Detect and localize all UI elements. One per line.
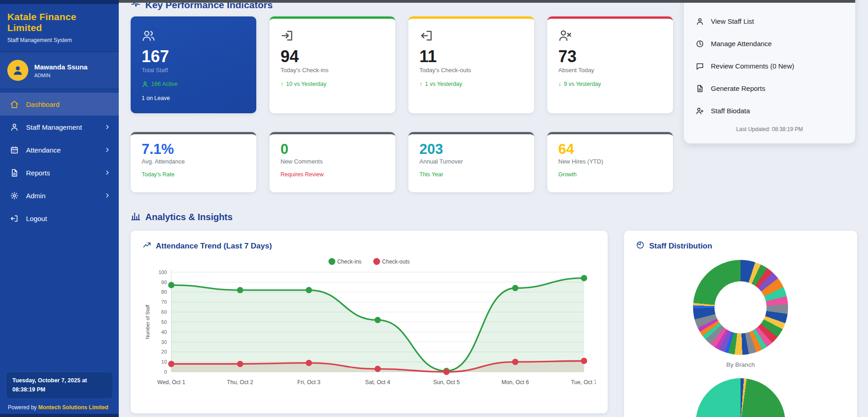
logout-icon (10, 214, 19, 223)
sidebar-item-attendance[interactable]: Attendance (0, 138, 119, 161)
gear-icon (10, 191, 19, 200)
svg-text:Fri, Oct 3: Fri, Oct 3 (297, 379, 321, 385)
legend-label: Check-outs (382, 259, 410, 265)
quick-actions-list: View Staff List Manage Attendance Review… (684, 10, 855, 122)
person-check-icon (142, 81, 148, 88)
distribution-title: Staff Distribution (636, 241, 845, 252)
user-name: Mawanda Ssuna (34, 63, 88, 71)
analytics-section: Analytics & Insights Attendance Trend (L… (131, 211, 857, 417)
sidebar-item-reports[interactable]: Reports (0, 161, 119, 184)
kpi-card-absent-today[interactable]: 73 Absent Today ↓9 vs Yesterday (547, 16, 673, 113)
svg-text:Number of Staff: Number of Staff (145, 304, 150, 339)
powered-brand: Montech Solutions Limited (38, 404, 108, 411)
kpi-card-today-s-check-ins[interactable]: 94 Today's Check-ins ↑10 vs Yesterday (270, 16, 395, 113)
svg-text:20: 20 (161, 349, 167, 354)
arrow-up-icon: ↑ (419, 81, 422, 87)
person-plus-icon (696, 107, 704, 115)
analytics-grid: Attendance Trend (Last 7 Days) Check-ins… (131, 231, 857, 417)
kpi-value: 94 (281, 48, 384, 65)
sidebar-item-label: Reports (26, 169, 50, 177)
people-icon (142, 29, 155, 42)
legend-item-check-outs[interactable]: Check-outs (373, 258, 410, 265)
svg-text:40: 40 (161, 329, 167, 335)
svg-text:Mon, Oct 6: Mon, Oct 6 (502, 379, 529, 385)
donut-wrap: By Branch (636, 260, 845, 368)
staff-distribution-card: Staff Distribution By Branch (624, 231, 857, 417)
datetime-box: Tuesday, October 7, 2025 at 08:38:19 PM (6, 372, 113, 399)
attendance-trend-card: Attendance Trend (Last 7 Days) Check-ins… (131, 231, 608, 413)
kpi-label: Today's Check-ins (281, 67, 384, 74)
person-icon (12, 64, 24, 76)
trend-title-text: Attendance Trend (Last 7 Days) (156, 242, 272, 251)
legend-dot (328, 258, 335, 265)
sidebar: Katale Finance Limited Staff Management … (0, 0, 119, 417)
sidebar-item-staff-management[interactable]: Staff Management (0, 116, 119, 138)
app-title: Katale Finance Limited (7, 11, 111, 33)
legend-item-check-ins[interactable]: Check-ins (328, 258, 361, 265)
arrow-up-icon: ↑ (281, 81, 283, 87)
svg-text:Wed, Oct 1: Wed, Oct 1 (157, 379, 185, 385)
svg-text:0: 0 (164, 369, 167, 375)
analytics-heading-text: Analytics & Insights (145, 212, 233, 222)
sidebar-item-logout[interactable]: Logout (0, 207, 119, 230)
quick-action-generate-reports[interactable]: Generate Reports (684, 77, 855, 100)
metric-label: Annual Turnover (419, 158, 523, 165)
chevron-right-icon (104, 124, 111, 130)
trend-legend: Check-ins Check-outs (143, 258, 596, 265)
metric-value: 203 (419, 142, 523, 157)
metric-card-new-hires-ytd-[interactable]: 64 New Hires (YTD) Growth (547, 132, 673, 192)
calendar-icon (10, 146, 19, 154)
clock-icon (696, 40, 704, 48)
donut-hole (715, 281, 767, 333)
quick-action-view-staff-list[interactable]: View Staff List (684, 10, 855, 32)
app-subtitle: Staff Management System (7, 37, 111, 43)
sidebar-item-label: Staff Management (26, 123, 82, 131)
sidebar-item-dashboard[interactable]: Dashboard (0, 93, 119, 116)
sidebar-menu: Dashboard Staff Management Attendance Re… (0, 93, 119, 230)
trend-up-icon (143, 241, 151, 252)
sidebar-item-admin[interactable]: Admin (0, 184, 119, 207)
kpi-value: 11 (419, 48, 523, 65)
sidebar-footer: Tuesday, October 7, 2025 at 08:38:19 PM … (0, 372, 119, 411)
metric-card-new-comments[interactable]: 0 New Comments Requires Review (270, 132, 395, 192)
quick-action-label: View Staff List (711, 17, 754, 25)
secondary-pie-chart (696, 378, 785, 417)
quick-action-staff-biodata[interactable]: Staff Biodata (684, 100, 855, 122)
svg-text:50: 50 (161, 319, 167, 325)
sidebar-top-strip (0, 0, 119, 4)
quick-action-review-comments-0-new-[interactable]: Review Comments (0 New) (684, 55, 855, 77)
trend-title: Attendance Trend (Last 7 Days) (143, 241, 596, 252)
sidebar-bottom-strip (0, 414, 119, 417)
bar-chart-icon (131, 211, 141, 223)
home-icon (10, 100, 19, 109)
sidebar-item-label: Logout (26, 215, 47, 222)
metric-card-annual-turnover[interactable]: 203 Annual Turnover This Year (408, 132, 534, 192)
svg-text:30: 30 (161, 339, 167, 345)
brand: Katale Finance Limited Staff Management … (0, 4, 119, 52)
powered-prefix: Powered by (8, 404, 38, 411)
kpi-label: Absent Today (558, 67, 662, 74)
kpi-card-total-staff[interactable]: 167 Total Staff 166 Active 1 on Leave (131, 16, 256, 113)
svg-text:Sun, Oct 5: Sun, Oct 5 (433, 379, 460, 385)
metric-value: 0 (281, 142, 384, 157)
metric-card-avg-attendance[interactable]: 7.1% Avg. Attendance Today's Rate (131, 132, 256, 192)
chevron-right-icon (104, 192, 111, 199)
file-icon (10, 169, 19, 177)
metric-note: Growth (558, 171, 662, 178)
sidebar-item-label: Dashboard (26, 100, 59, 108)
user-role: ADMIN (34, 73, 88, 78)
quick-action-manage-attendance[interactable]: Manage Attendance (684, 32, 855, 55)
person-icon (10, 123, 19, 132)
svg-text:80: 80 (161, 289, 167, 295)
chat-icon (696, 62, 704, 70)
kpi-value: 167 (142, 48, 245, 65)
metric-note: Requires Review (281, 171, 384, 178)
user-profile: Mawanda Ssuna ADMIN (0, 52, 119, 89)
attendance-trend-chart: 0102030405060708090100Wed, Oct 1Thu, Oct… (143, 266, 596, 401)
chevron-right-icon (104, 147, 111, 153)
kpi-card-today-s-check-outs[interactable]: 11 Today's Check-outs ↑1 vs Yesterday (408, 16, 534, 113)
quick-action-label: Review Comments (0 New) (711, 62, 794, 70)
metric-value: 7.1% (142, 142, 245, 157)
quick-actions-panel: Quick Actions View Staff List Manage Att… (684, 0, 855, 143)
metric-label: Avg. Attendance (142, 158, 245, 165)
